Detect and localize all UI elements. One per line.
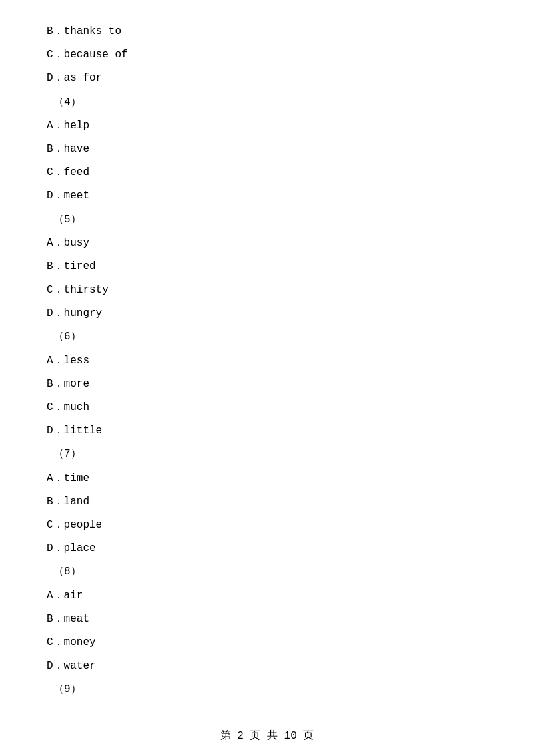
main-content: B．thanks to C．because of D．as for （4） A．… xyxy=(0,0,534,741)
b-thanks-line: B．thanks to xyxy=(47,20,487,43)
a-help-line: A．help xyxy=(47,114,487,138)
c-thirsty-line: C．thirsty xyxy=(47,278,487,302)
a-less-line: A．less xyxy=(47,349,487,373)
num9-line: （9） xyxy=(53,678,487,701)
b-land-line: B．land xyxy=(47,490,487,514)
c-much-line: C．much xyxy=(47,396,487,419)
b-more-line: B．more xyxy=(47,373,487,396)
d-little-line: D．little xyxy=(47,419,487,443)
c-money-line: C．money xyxy=(47,631,487,654)
num7-line: （7） xyxy=(53,443,487,466)
c-feed-line: C．feed xyxy=(47,161,487,184)
b-meat-line: B．meat xyxy=(47,608,487,631)
c-because-line: C．because of xyxy=(47,43,487,67)
c-people-line: C．people xyxy=(47,514,487,537)
d-place-line: D．place xyxy=(47,537,487,560)
b-tired-line: B．tired xyxy=(47,255,487,278)
page-footer: 第 2 页 共 10 页 xyxy=(0,729,534,743)
num6-line: （6） xyxy=(53,325,487,349)
d-as-for-line: D．as for xyxy=(47,67,487,90)
a-air-line: A．air xyxy=(47,584,487,608)
d-hungry-line: D．hungry xyxy=(47,302,487,325)
num8-line: （8） xyxy=(53,560,487,584)
num5-line: （5） xyxy=(53,208,487,232)
num4-line: （4） xyxy=(53,91,487,114)
d-water-line: D．water xyxy=(47,654,487,678)
d-meet-line: D．meet xyxy=(47,184,487,208)
a-time-line: A．time xyxy=(47,467,487,490)
a-busy-line: A．busy xyxy=(47,232,487,255)
b-have-line: B．have xyxy=(47,138,487,161)
